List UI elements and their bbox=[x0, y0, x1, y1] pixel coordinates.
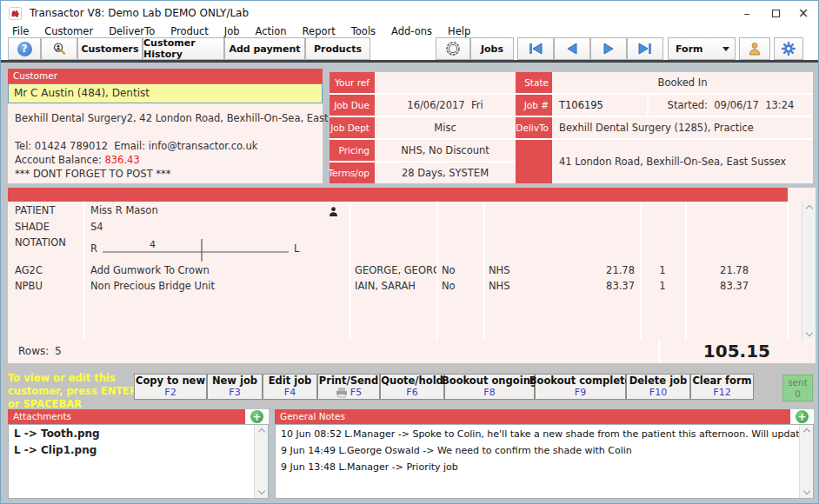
scroll-down-icon bbox=[258, 487, 265, 494]
customer-address: Bexhill Dental Surgery2, 42 London Road,… bbox=[15, 112, 317, 124]
customers-button[interactable]: Customers bbox=[77, 37, 143, 60]
customer-name-field[interactable]: Mr C Austin (484), Dentist bbox=[8, 83, 323, 103]
note-item[interactable]: 9 Jun 13:48 L.Manager -> Priority job bbox=[276, 458, 813, 474]
quote-hold-button[interactable]: Quote/holdF6 bbox=[380, 374, 444, 400]
help-button[interactable]: ? bbox=[8, 37, 41, 60]
terms-field[interactable]: 28 Days, SYSTEM bbox=[375, 162, 516, 183]
window-title: Transactor V8: Demo Lab DEMO ONLY/Lab bbox=[30, 7, 249, 19]
find-customer-button[interactable] bbox=[41, 37, 77, 60]
clear-form-button[interactable]: Clear formF12 bbox=[690, 374, 754, 400]
previous-record-button[interactable] bbox=[554, 37, 590, 60]
rows-count: 5 bbox=[55, 345, 62, 357]
plus-icon: + bbox=[250, 410, 263, 423]
terms-label: Terms/op bbox=[330, 162, 375, 183]
menu-customer[interactable]: Customer bbox=[37, 25, 101, 37]
customer-history-button[interactable]: Customer History bbox=[143, 37, 224, 60]
first-record-button[interactable] bbox=[517, 37, 554, 60]
customer-panel-header: Customer bbox=[8, 69, 323, 83]
job-number-label: Job # bbox=[516, 95, 552, 116]
jobs-button[interactable]: Jobs bbox=[470, 37, 514, 60]
table-row-npbu[interactable]: NPBU Non Precious Bridge Unit IAIN, SARA… bbox=[8, 278, 788, 294]
gear-icon bbox=[782, 42, 796, 56]
app-window: Transactor V8: Demo Lab DEMO ONLY/Lab – … bbox=[0, 0, 819, 504]
tooth-notation-chart: 4 bbox=[101, 235, 290, 262]
menu-file[interactable]: File bbox=[4, 25, 37, 37]
customer-details: Bexhill Dental Surgery2, 42 London Road,… bbox=[8, 103, 323, 183]
user-icon bbox=[748, 42, 762, 56]
close-button[interactable]: × bbox=[792, 1, 815, 25]
new-job-button[interactable]: New jobF3 bbox=[207, 374, 263, 400]
maximize-icon bbox=[772, 10, 780, 17]
menu-job[interactable]: Job bbox=[216, 25, 248, 37]
menu-tools[interactable]: Tools bbox=[343, 25, 383, 37]
table-row-notation[interactable]: NOTATION R 4 L bbox=[8, 235, 788, 262]
app-logo-icon bbox=[9, 7, 22, 20]
general-notes-header: General Notes bbox=[275, 409, 790, 424]
form-select[interactable]: Form bbox=[668, 37, 736, 60]
job-items-table: Code Description Tec Done Price bandUnit… bbox=[8, 188, 816, 340]
help-icon: ? bbox=[17, 42, 32, 56]
menu-product[interactable]: Product bbox=[163, 25, 216, 37]
table-row-ag2c[interactable]: AG2C Add Gumwork To Crown GEORGE, GEORGE… bbox=[8, 262, 788, 278]
ring-button[interactable] bbox=[436, 37, 470, 60]
your-ref-field[interactable] bbox=[375, 72, 516, 93]
add-attachment-button[interactable]: + bbox=[245, 409, 269, 424]
job-started-field: Started: 09/06/17 13:24 bbox=[649, 95, 813, 116]
next-record-button[interactable] bbox=[590, 37, 627, 60]
job-number-field[interactable]: T106195 bbox=[552, 95, 649, 116]
menu-deliverto[interactable]: DeliverTo bbox=[101, 25, 163, 37]
last-record-button[interactable] bbox=[627, 37, 663, 60]
table-row-shade[interactable]: SHADE S4 bbox=[8, 219, 788, 235]
job-dept-label: Job Dept bbox=[330, 117, 375, 138]
job-due-field[interactable]: 16/06/2017 Fri bbox=[375, 95, 516, 116]
state-label: State bbox=[516, 72, 552, 93]
note-item[interactable]: 9 Jun 14:49 L.George Oswald -> We need t… bbox=[276, 441, 813, 458]
general-notes-list: 10 Jun 08:52 L.Manager -> Spoke to Colin… bbox=[275, 424, 814, 499]
attachments-scrollbar[interactable] bbox=[254, 425, 268, 498]
pricing-field[interactable]: NHS, No Discount bbox=[375, 140, 516, 161]
note-item[interactable]: 10 Jun 08:52 L.Manager -> Spoke to Colin… bbox=[276, 425, 813, 441]
add-note-button[interactable]: + bbox=[790, 409, 814, 424]
add-payment-button[interactable]: Add payment bbox=[224, 37, 305, 60]
delivto-address: 41 London Road, Bexhill-On-Sea, East Sus… bbox=[552, 140, 813, 183]
attachment-item[interactable]: L -> Clip1.png bbox=[9, 441, 268, 458]
notes-scrollbar[interactable] bbox=[799, 425, 813, 498]
bookout-ongoing-button[interactable]: Bookout ongoingF8 bbox=[444, 374, 535, 400]
state-field[interactable]: Booked In bbox=[552, 72, 813, 93]
bookout-complete-button[interactable]: Bookout completeF9 bbox=[535, 374, 626, 400]
menu-help[interactable]: Help bbox=[440, 25, 478, 37]
job-dept-field[interactable]: Misc bbox=[375, 117, 516, 138]
menu-addons[interactable]: Add-ons bbox=[383, 25, 440, 37]
scroll-down-icon bbox=[803, 487, 810, 494]
next-record-icon bbox=[603, 43, 614, 55]
delete-job-button[interactable]: Delete jobF10 bbox=[626, 374, 690, 400]
products-button[interactable]: Products bbox=[305, 37, 370, 60]
items-table-body: PATIENT Miss R Mason SHADE S4 NOTATION R bbox=[8, 202, 788, 294]
print-send-button[interactable]: Print/Send F5 bbox=[317, 374, 380, 400]
sent-label: sent bbox=[788, 377, 808, 388]
job-state-panel: StateBooked In Job # T106195 Started: 09… bbox=[516, 72, 813, 183]
customer-tel-email: Tel: 01424 789012 Email: info@transactor… bbox=[15, 140, 317, 152]
job-due-label: Job Due bbox=[330, 95, 375, 116]
find-customer-icon bbox=[52, 42, 67, 56]
minimize-button[interactable]: – bbox=[736, 1, 758, 25]
copy-to-new-button[interactable]: Copy to newF2 bbox=[134, 374, 207, 400]
menu-action[interactable]: Action bbox=[248, 25, 295, 37]
scroll-up-icon bbox=[258, 428, 265, 435]
delivto-label-spacer bbox=[516, 140, 552, 183]
delivto-field[interactable]: Bexhill Dental Surgery (1285), Practice bbox=[552, 117, 813, 138]
sent-counter[interactable]: sent 0 bbox=[782, 375, 813, 401]
menu-bar: File Customer DeliverTo Product Job Acti… bbox=[1, 24, 818, 37]
ring-icon bbox=[445, 41, 461, 56]
table-scrollbar[interactable] bbox=[802, 202, 816, 340]
maximize-button[interactable] bbox=[764, 1, 787, 25]
edit-job-button[interactable]: Edit jobF4 bbox=[263, 374, 317, 400]
settings-button[interactable] bbox=[774, 37, 803, 60]
scroll-up-icon bbox=[803, 428, 810, 435]
menu-report[interactable]: Report bbox=[295, 25, 343, 37]
user-button[interactable] bbox=[739, 37, 770, 60]
attachment-item[interactable]: L -> Tooth.png bbox=[9, 425, 268, 441]
first-record-icon bbox=[529, 43, 543, 55]
customer-balance: Account Balance: 836.43 bbox=[15, 154, 317, 166]
table-row-patient[interactable]: PATIENT Miss R Mason bbox=[8, 202, 788, 219]
